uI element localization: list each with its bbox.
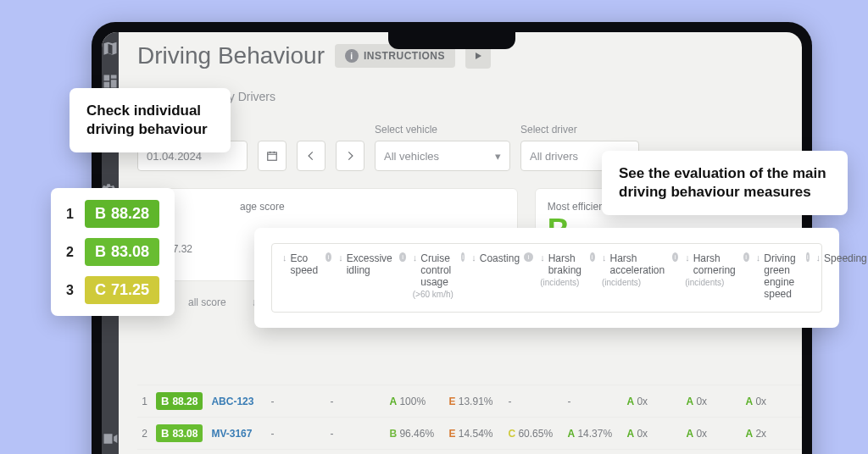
info-icon[interactable]: i — [326, 252, 331, 262]
score-value: 71.25 — [111, 281, 149, 299]
date-prev-button[interactable] — [297, 141, 326, 171]
sort-arrow-icon: ↓ — [816, 252, 821, 263]
play-icon — [473, 51, 483, 61]
row-rank: 2 — [137, 428, 147, 440]
row-rank: 1 — [137, 396, 147, 407]
info-icon[interactable]: i — [672, 252, 679, 262]
metric-column[interactable]: ↓Harsh brakingi(incidents) — [537, 252, 598, 300]
vehicle-filter-label: Select vehicle — [375, 124, 510, 136]
metric-cell: A 0x — [686, 396, 737, 407]
metric-column[interactable]: ↓Speedingi — [813, 252, 868, 300]
metric-column[interactable]: ↓Coastingi — [468, 252, 537, 300]
metric-label: Excessive idling — [347, 252, 396, 276]
sort-arrow-icon: ↓ — [540, 252, 545, 263]
svg-rect-0 — [268, 152, 277, 160]
vehicle-link[interactable]: MV-3167 — [211, 428, 262, 440]
metric-cell: A 2x — [745, 428, 796, 440]
metric-column[interactable]: ↓Harsh accelerationi(incidents) — [598, 252, 682, 300]
device-notch — [388, 32, 515, 49]
info-icon[interactable]: i — [524, 252, 533, 262]
metric-label: Harsh cornering — [693, 252, 739, 276]
score-strip: 1B88.282B83.083C71.25 — [51, 188, 175, 316]
chevron-left-icon — [305, 150, 317, 162]
metric-label: Harsh acceleration — [609, 252, 667, 276]
info-icon[interactable]: i — [743, 252, 749, 262]
metric-cell: - — [330, 396, 381, 407]
score-badge: B83.08 — [85, 238, 159, 266]
metric-cell: - — [270, 428, 321, 440]
metric-label: Speeding — [824, 252, 867, 264]
sort-arrow-icon: ↓ — [338, 252, 343, 263]
metric-label: Driving green engine speed — [764, 252, 802, 300]
metric-cell: - — [330, 428, 381, 440]
metric-column[interactable]: ↓Harsh corneringi(incidents) — [682, 252, 753, 300]
callout-individual: Check individual driving behaviour — [70, 88, 231, 152]
data-table: 1B 88.28ABC-123--A 100%E 13.91%--A 0xA 0… — [137, 385, 802, 454]
row-score-badge: B 88.28 — [156, 392, 203, 410]
score-grade: B — [95, 243, 106, 261]
metric-cell: A 0x — [626, 396, 677, 407]
driver-select-value: All drivers — [530, 150, 578, 163]
info-icon[interactable]: i — [590, 252, 595, 262]
info-icon[interactable]: i — [399, 252, 405, 262]
score-item: 1B88.28 — [66, 200, 159, 228]
metric-cell: A 0x — [626, 428, 677, 440]
metric-cell: A 100% — [389, 396, 440, 407]
metric-column[interactable]: ↓Eco speedi — [279, 252, 335, 300]
score-grade: B — [95, 205, 106, 223]
metric-sublabel: (incidents) — [685, 278, 749, 287]
sort-arrow-icon: ↓ — [756, 252, 761, 263]
date-next-button[interactable] — [336, 141, 364, 171]
metric-cell: - — [567, 396, 618, 407]
tab-by-drivers[interactable]: by Drivers — [137, 90, 802, 103]
metric-sublabel: (incidents) — [540, 278, 595, 287]
metric-column[interactable]: ↓Excessive idlingi — [335, 252, 409, 300]
metric-cell: - — [508, 396, 559, 407]
table-row: 2B 83.08MV-3167--B 96.46%E 14.54%C 60.65… — [137, 417, 802, 449]
instructions-label: INSTRUCTIONS — [364, 50, 445, 62]
metric-cell: - — [270, 396, 321, 407]
metric-column[interactable]: ↓Cruise control usagei(>60 km/h) — [409, 252, 469, 300]
calendar-icon — [266, 150, 278, 162]
metric-label: Eco speed — [291, 252, 322, 276]
sort-arrow-icon: ↓ — [602, 252, 607, 263]
sort-arrow-icon: ↓ — [471, 252, 476, 263]
metric-sublabel: (incidents) — [602, 278, 678, 287]
metric-cell: A 0x — [745, 396, 796, 407]
caret-down-icon: ▾ — [495, 150, 501, 163]
score-badge: B88.28 — [85, 200, 159, 228]
score-item: 3C71.25 — [66, 276, 159, 304]
metric-cell: E 13.91% — [448, 396, 499, 407]
chevron-right-icon — [344, 150, 356, 162]
table-row: 1B 88.28ABC-123--A 100%E 13.91%--A 0xA 0… — [137, 385, 802, 417]
sort-arrow-icon: ↓ — [413, 252, 418, 263]
metric-cell: A 14.37% — [567, 428, 618, 440]
avg-score-label: age score — [150, 201, 505, 213]
calendar-button[interactable] — [258, 141, 287, 171]
score-item: 2B83.08 — [66, 238, 159, 266]
metrics-panel: ↓Eco speedi↓Excessive idlingi↓Cruise con… — [254, 228, 839, 328]
score-value: 83.08 — [111, 243, 149, 261]
vehicle-link[interactable]: ABC-123 — [211, 396, 262, 407]
map-icon[interactable] — [102, 41, 119, 58]
score-value: 88.28 — [111, 205, 149, 223]
metric-cell: C 60.65% — [508, 428, 559, 440]
dashboard-icon[interactable] — [102, 73, 119, 90]
metric-label: Harsh braking — [548, 252, 586, 276]
metric-cell: E 14.54% — [448, 428, 499, 440]
score-rank: 1 — [66, 207, 76, 222]
col-overall-score[interactable]: all score — [188, 296, 226, 308]
info-icon: i — [345, 49, 359, 63]
score-rank: 2 — [66, 245, 76, 260]
info-icon[interactable]: i — [806, 252, 809, 262]
metric-label: Cruise control usage — [420, 252, 457, 288]
sort-arrow-icon: ↓ — [685, 252, 690, 263]
table-row: 3C 71.25MV-3170--G 66 37%C 5 38%B 77 95%… — [137, 449, 802, 454]
metric-column[interactable]: ↓Driving green engine speedi — [753, 252, 813, 300]
callout-measures: See the evaluation of the main driving b… — [602, 151, 848, 215]
row-score-badge: B 83.08 — [156, 424, 203, 442]
info-icon[interactable]: i — [461, 252, 465, 262]
score-rank: 3 — [66, 283, 76, 298]
video-icon[interactable] — [102, 430, 119, 447]
vehicle-select[interactable]: All vehicles ▾ — [375, 141, 510, 171]
